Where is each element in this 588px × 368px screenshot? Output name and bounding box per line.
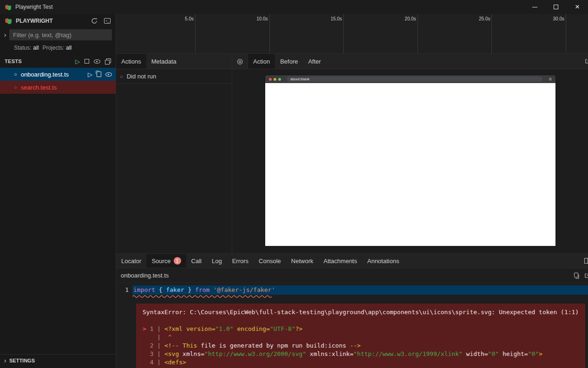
tab-label: Attachments [323,258,357,265]
tab-network[interactable]: Network [286,254,319,268]
watch-test-icon[interactable] [105,72,112,77]
timeline[interactable]: 5.0s10.0s15.0s20.0s25.0s30.0s [116,14,588,54]
sidebar: PLAYWRIGHT >_ › Status: all Projects: al… [0,14,116,368]
tab-locator[interactable]: Locator [116,254,146,268]
tab-label: Network [291,258,314,265]
tab-label: Annotations [367,258,399,265]
actions-tabbar: ActionsMetadata [116,54,232,69]
tab-log[interactable]: Log [207,254,227,268]
tab-label: Errors [232,258,248,265]
sidebar-header: PLAYWRIGHT >_ [0,14,116,28]
code-frame-line: 3 | <svg xmlns="http://www.w3.org/2000/s… [143,350,579,358]
details-panel: LocatorSource1CallLogErrorsConsoleNetwor… [116,253,588,368]
traffic-green-icon [278,78,281,81]
code-frame-line: 2 | <!-- This file is generated by npm r… [143,342,579,350]
tab-label: Action [253,58,270,65]
source-filename: onboarding.test.ts [121,272,573,279]
error-code-frame: > 1 | <?xml version="1.0" encoding="UTF-… [143,325,579,367]
close-button[interactable]: × [567,0,588,14]
test-item-onboarding.test.ts[interactable]: ○onboarding.test.ts▷ [0,68,116,81]
toggle-output-button[interactable]: >_ [103,16,112,26]
test-status-circle-icon: ○ [14,72,17,77]
tab-metadata[interactable]: Metadata [146,54,182,69]
titlebar: Playwright Test × [0,0,588,14]
tab-attachments[interactable]: Attachments [318,254,362,268]
copy-icon[interactable] [573,272,579,279]
tab-label: After [308,58,320,65]
tick-label: 25.0s [479,16,490,21]
details-tabbar: LocatorSource1CallLogErrorsConsoleNetwor… [116,254,588,268]
tab-label: Actions [121,58,141,65]
tab-source[interactable]: Source1 [146,254,186,268]
minimize-button[interactable] [524,0,545,14]
projects-value: all [66,45,72,51]
test-name: search.test.ts [21,84,112,91]
reload-tests-button[interactable] [90,16,99,26]
test-name: onboarding.test.ts [21,71,84,78]
timeline-tick: 15.0s [343,14,344,53]
tab-call[interactable]: Call [186,254,207,268]
source-file-icon[interactable] [97,71,101,77]
pick-locator-button[interactable]: ◎ [232,54,248,69]
snapshot-tabbar: ◎ ActionBeforeAfter [232,54,588,69]
snapshot-page [265,83,555,246]
open-source-external-icon[interactable] [584,272,588,279]
tab-label: Log [212,258,222,265]
tick-label: 10.0s [256,16,268,21]
hamburger-icon: ≡ [549,77,552,82]
tab-actions[interactable]: Actions [116,54,146,69]
tab-before[interactable]: Before [275,54,303,69]
tab-label: Source [151,258,170,265]
timeline-tick: 5.0s [195,14,196,53]
tab-action[interactable]: Action [248,54,275,69]
tests-title: TESTS [5,58,75,64]
code-line-1: 1 import { faker } from '@faker-js/faker… [116,285,588,295]
source-toolbar: onboarding.test.ts [116,268,588,283]
empty-message: Did not run [127,73,157,80]
actions-panel: ○ Did not run [116,69,232,253]
run-test-button[interactable]: ▷ [88,71,92,78]
playwright-logo-icon [5,4,12,11]
code-frame-line: > 1 | <?xml version="1.0" encoding="UTF-… [143,325,579,333]
tab-errors[interactable]: Errors [227,254,254,268]
tab-label: Call [191,258,202,265]
split-view-icon[interactable] [584,258,588,264]
test-status-circle-icon: ○ [14,85,17,90]
settings-section[interactable]: › SETTINGS [0,354,116,367]
tick-label: 30.0s [553,16,564,21]
tab-label: Before [280,58,298,65]
test-item-search.test.ts[interactable]: ○search.test.ts [0,81,116,94]
syntax-error-block: SyntaxError: C:\Courses\EpicWeb\full-sta… [136,303,585,368]
window-title: Playwright Test [15,4,52,10]
tab-label: Console [259,258,281,265]
source-viewer[interactable]: 1 import { faker } from '@faker-js/faker… [116,283,588,368]
snapshot-panel: about:blank ≡ [232,69,588,253]
tab-after[interactable]: After [303,54,326,69]
chevron-right-icon[interactable]: › [1,31,9,39]
browser-snapshot: about:blank ≡ [265,75,555,246]
collapse-all-icon[interactable] [105,58,111,65]
tab-label: Metadata [151,58,176,65]
open-snapshot-external-icon[interactable] [584,58,588,65]
timeline-tick: 20.0s [418,14,418,53]
filter-status-line[interactable]: Status: all Projects: all [0,42,116,54]
filter-input[interactable] [9,29,112,40]
run-all-button[interactable]: ▷ [75,58,80,65]
page-url: about:blank [290,77,309,81]
maximize-button[interactable] [545,0,567,14]
target-icon: ◎ [237,57,243,65]
source-error-badge: 1 [174,257,181,265]
timeline-tick: 30.0s [566,14,566,53]
sidebar-title: PLAYWRIGHT [16,18,86,24]
tests-section-header: TESTS ▷ [0,55,116,68]
tab-console[interactable]: Console [254,254,286,268]
tab-annotations[interactable]: Annotations [362,254,405,268]
address-bar: about:blank [287,77,542,82]
watch-all-icon[interactable] [94,59,100,64]
tab-strip: ActionsMetadata ◎ ActionBeforeAfter [116,54,588,69]
minimize-icon [532,7,537,7]
chevron-right-icon: › [1,357,9,364]
stop-button[interactable] [85,59,89,64]
test-list: ○onboarding.test.ts▷○search.test.ts [0,68,116,94]
error-message: SyntaxError: C:\Courses\EpicWeb\full-sta… [143,308,579,316]
